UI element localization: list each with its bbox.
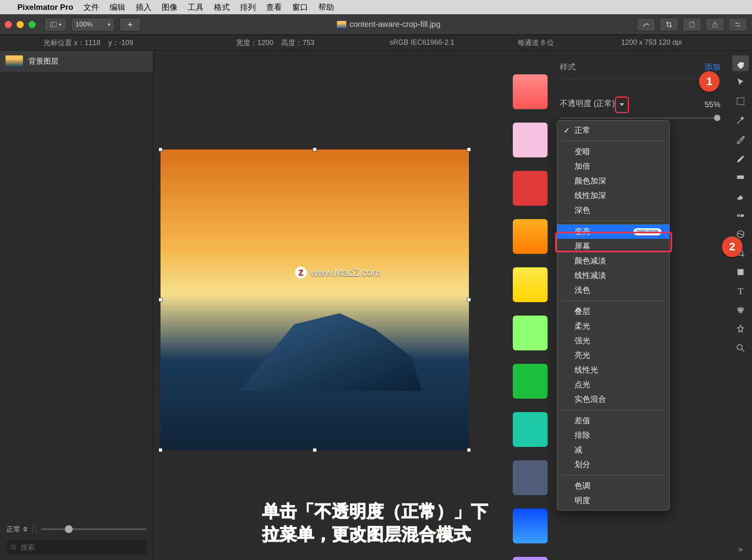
blend-mode-option[interactable]: 线性光	[557, 363, 669, 377]
color-swatch[interactable]	[513, 171, 548, 206]
svg-rect-11	[737, 176, 744, 179]
blend-mode-option[interactable]: 强光	[557, 333, 669, 348]
sidebar-toggle-button[interactable]: ▾	[44, 18, 66, 31]
search-placeholder: 搜索	[21, 543, 35, 552]
tool-repair[interactable]	[732, 207, 749, 223]
color-swatch[interactable]	[513, 460, 548, 495]
title-text: content-aware-crop-fill.jpg	[350, 20, 440, 29]
menu-edit[interactable]: 编辑	[110, 2, 125, 13]
app-name[interactable]: Pixelmator Pro	[17, 3, 73, 12]
canvas[interactable]: Z www.MacZ.com 单击「不透明度（正常）」下拉菜单，更改图层混合模式	[153, 51, 504, 560]
tool-zoom[interactable]	[732, 340, 749, 356]
svg-rect-2	[690, 22, 694, 27]
color-swatch[interactable]	[513, 123, 548, 157]
layer-thumb	[6, 55, 23, 67]
blend-mode-option[interactable]: 变亮PREVIEW	[557, 224, 669, 239]
tool-brush[interactable]	[732, 150, 749, 166]
tool-gradient[interactable]	[732, 169, 749, 185]
blend-mode-option[interactable]: 颜色减淡	[557, 254, 669, 268]
blend-mode-option[interactable]: 屏幕	[557, 239, 669, 254]
menu-tools[interactable]: 工具	[188, 2, 204, 13]
svg-line-9	[15, 548, 16, 550]
tool-magic[interactable]	[732, 112, 749, 128]
layer-search[interactable]: 搜索	[6, 540, 147, 554]
zoom-select[interactable]: 100%▾	[71, 18, 115, 31]
menu-image[interactable]: 图像	[162, 2, 178, 13]
tool-shape[interactable]	[732, 264, 749, 280]
menubar: Pixelmator Pro 文件 编辑 插入 图像 工具 格式 排列 查看 窗…	[0, 0, 752, 14]
blend-mode-option[interactable]: 减	[557, 443, 669, 457]
color-swatch[interactable]	[513, 509, 548, 543]
search-icon	[10, 544, 17, 551]
svg-rect-10	[737, 98, 744, 104]
blend-mode-option[interactable]: 正常	[557, 123, 669, 138]
blend-mode-option[interactable]: 颜色加深	[557, 174, 669, 188]
blend-mode-option[interactable]: 明度	[557, 493, 669, 508]
tool-arrow[interactable]	[732, 74, 749, 90]
crop-button[interactable]	[659, 18, 678, 31]
color-swatch[interactable]	[513, 412, 548, 447]
maximize-window[interactable]	[28, 21, 36, 28]
color-swatch[interactable]	[513, 267, 548, 302]
menu-view[interactable]: 查看	[266, 2, 282, 13]
blend-mode-option[interactable]: 浅色	[557, 283, 669, 297]
menu-file[interactable]: 文件	[83, 2, 99, 13]
close-window[interactable]	[5, 21, 12, 28]
blend-mode-option[interactable]: 深色	[557, 203, 669, 218]
styles-panel: 样式 添加 不透明度 (正常) 55% 1 2 正常变暗加倍颜色加深线性加深深色…	[556, 51, 729, 560]
document-icon	[337, 21, 346, 28]
blend-mode-select[interactable]: 正常	[6, 524, 28, 534]
blend-mode-dropdown[interactable]: 正常变暗加倍颜色加深线性加深深色变亮PREVIEW屏幕颜色减淡线性减淡浅色叠层柔…	[557, 120, 670, 511]
blend-mode-option[interactable]: 划分	[557, 457, 669, 472]
tool-styles[interactable]	[732, 55, 749, 71]
blend-mode-option[interactable]: 变暗	[557, 144, 669, 159]
menu-help[interactable]: 帮助	[318, 2, 334, 13]
layer-row[interactable]: 背景图层	[0, 51, 153, 72]
svg-point-20	[737, 344, 742, 350]
color-swatch[interactable]	[513, 219, 548, 254]
menu-format[interactable]: 格式	[214, 2, 230, 13]
color-swatch[interactable]	[513, 557, 548, 560]
layer-controls: 正常	[0, 520, 153, 538]
tool-marquee[interactable]	[732, 93, 749, 109]
add-style-button[interactable]: 添加	[705, 62, 720, 72]
add-button[interactable]: +	[119, 18, 141, 31]
new-doc-button[interactable]	[682, 18, 701, 31]
color-swatch[interactable]	[513, 316, 548, 350]
selection-box[interactable]	[161, 149, 469, 450]
infobar: 光标位置 x：1118 y：-109 宽度：1200 高度：753 sRGB I…	[0, 35, 752, 51]
tool-color-adjust[interactable]	[732, 302, 749, 318]
blend-mode-option[interactable]: 排除	[557, 428, 669, 443]
settings-button[interactable]	[728, 18, 747, 31]
blend-mode-option[interactable]: 叠层	[557, 304, 669, 319]
share-button[interactable]	[705, 18, 724, 31]
dropdown-separator	[561, 301, 665, 301]
opacity-slider-2[interactable]	[560, 117, 720, 119]
blend-mode-option[interactable]: 点光	[557, 377, 669, 392]
tool-eyedropper[interactable]	[732, 131, 749, 147]
blend-mode-option[interactable]: 实色混合	[557, 392, 669, 407]
opacity-slider[interactable]	[41, 528, 147, 530]
svg-rect-0	[51, 22, 57, 27]
minimize-window[interactable]	[17, 21, 24, 28]
blend-mode-option[interactable]: 线性加深	[557, 188, 669, 203]
menu-window[interactable]: 窗口	[292, 2, 308, 13]
blend-mode-option[interactable]: 亮光	[557, 348, 669, 363]
svg-point-8	[11, 545, 15, 549]
menu-insert[interactable]: 插入	[136, 2, 151, 13]
blend-mode-option[interactable]: 色调	[557, 479, 669, 493]
tool-more[interactable]: »	[738, 545, 743, 554]
menu-arrange[interactable]: 排列	[240, 2, 256, 13]
tool-type[interactable]: T	[732, 283, 749, 299]
color-swatch[interactable]	[513, 74, 548, 109]
tool-eraser[interactable]	[732, 188, 749, 204]
blend-mode-option[interactable]: 柔光	[557, 319, 669, 333]
blend-mode-option[interactable]: 差值	[557, 413, 669, 428]
blend-mode-option[interactable]: 线性减淡	[557, 268, 669, 283]
blend-mode-option[interactable]: 加倍	[557, 159, 669, 174]
tool-effects[interactable]	[732, 321, 749, 337]
path-tool-button[interactable]	[637, 18, 656, 31]
blend-mode-dropdown-arrow[interactable]	[617, 98, 627, 111]
color-swatch[interactable]	[513, 364, 548, 399]
svg-line-21	[742, 349, 744, 352]
